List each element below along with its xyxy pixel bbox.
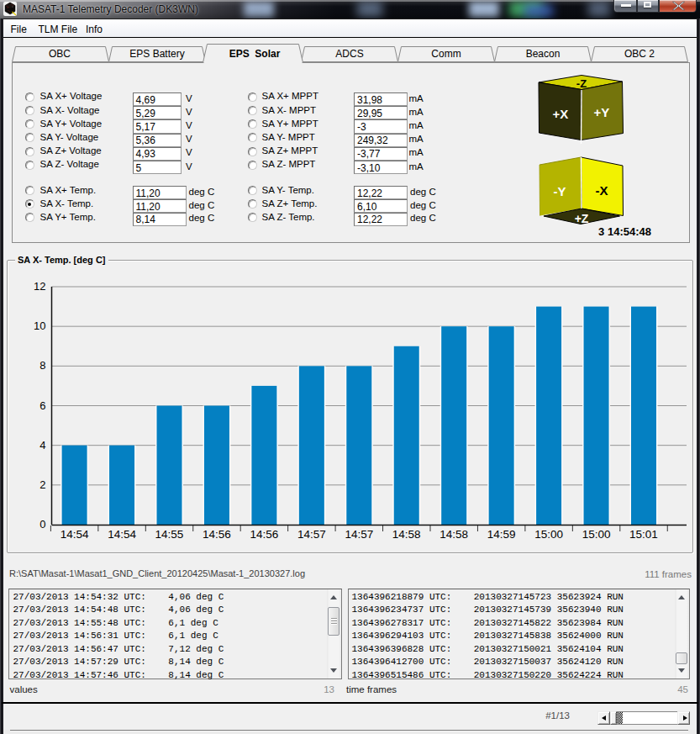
svg-text:14:56: 14:56	[203, 528, 231, 541]
svg-text:15:01: 15:01	[629, 528, 658, 541]
svg-text:14:54: 14:54	[61, 528, 89, 541]
svg-text:EPS Battery: EPS Battery	[129, 48, 184, 60]
svg-text:+X: +X	[553, 107, 569, 121]
svg-text:-Z: -Z	[576, 77, 587, 90]
svg-text:14:58: 14:58	[392, 528, 421, 541]
svg-text:Beacon: Beacon	[526, 48, 561, 60]
svg-text:14:58: 14:58	[439, 528, 468, 541]
svg-text:0: 0	[39, 518, 45, 531]
svg-text:-X: -X	[596, 183, 608, 198]
svg-text:14:57: 14:57	[345, 528, 373, 541]
svg-text:14:59: 14:59	[487, 528, 516, 541]
svg-text:15:00: 15:00	[534, 528, 563, 541]
svg-text:14:54: 14:54	[108, 528, 136, 541]
svg-text:6: 6	[39, 399, 45, 412]
svg-text:12: 12	[34, 280, 45, 293]
svg-text:14:57: 14:57	[297, 528, 326, 541]
svg-text:4: 4	[39, 439, 45, 451]
svg-text:Comm: Comm	[431, 48, 461, 60]
svg-text:EPS Solar: EPS Solar	[229, 48, 281, 60]
svg-text:15:00: 15:00	[582, 528, 611, 541]
svg-text:OBC: OBC	[49, 48, 71, 60]
svg-text:14:55: 14:55	[155, 528, 184, 541]
svg-text:OBC 2: OBC 2	[624, 48, 655, 60]
svg-text:14:56: 14:56	[250, 528, 279, 541]
svg-text:+Y: +Y	[594, 105, 610, 119]
svg-text:10: 10	[34, 319, 45, 332]
svg-text:8: 8	[39, 359, 45, 372]
svg-text:ADCS: ADCS	[335, 48, 363, 60]
svg-text:+Z: +Z	[575, 212, 589, 225]
svg-text:2: 2	[39, 478, 45, 491]
svg-text:-Y: -Y	[554, 184, 566, 198]
